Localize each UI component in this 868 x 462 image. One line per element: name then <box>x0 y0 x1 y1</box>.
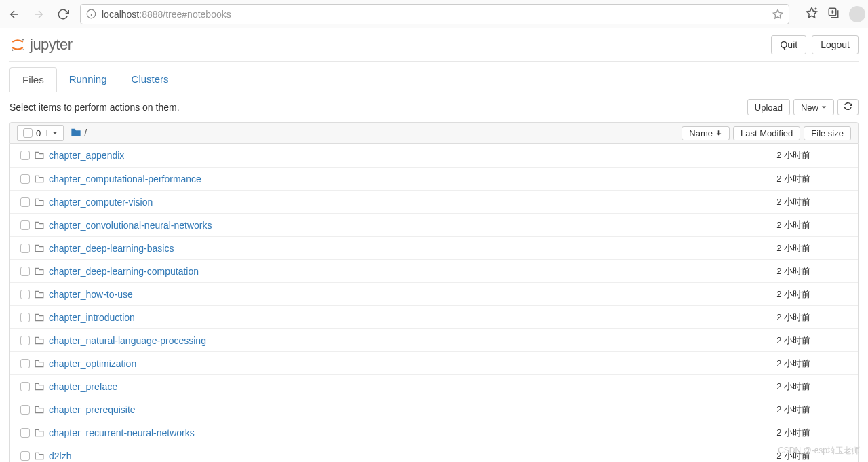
forward-button[interactable] <box>31 7 46 22</box>
breadcrumb-home[interactable] <box>71 128 81 139</box>
folder-icon <box>33 429 45 437</box>
row-checkbox[interactable] <box>20 151 30 160</box>
file-row: chapter_preface2 小时前 <box>10 374 858 398</box>
file-link[interactable]: chapter_introduction <box>49 312 135 323</box>
info-icon <box>86 9 96 19</box>
svg-point-12 <box>23 49 24 50</box>
jupyter-logo[interactable]: jupyter <box>9 36 73 54</box>
folder-icon <box>33 244 45 252</box>
logout-button[interactable]: Logout <box>812 35 859 54</box>
file-link[interactable]: chapter_natural-language-processing <box>49 335 206 346</box>
collections-button[interactable] <box>827 7 840 21</box>
browser-toolbar: localhost:8888/tree#notebooks <box>0 0 868 28</box>
row-checkbox[interactable] <box>20 359 30 368</box>
row-checkbox[interactable] <box>20 174 30 184</box>
row-checkbox[interactable] <box>20 313 30 322</box>
svg-marker-3 <box>773 9 782 18</box>
jupyter-logo-icon <box>9 37 26 53</box>
folder-icon <box>71 128 81 137</box>
folder-icon <box>33 221 45 229</box>
file-link[interactable]: chapter_prerequisite <box>49 404 136 415</box>
address-bar[interactable]: localhost:8888/tree#notebooks <box>80 4 789 24</box>
refresh-icon <box>57 8 69 20</box>
arrow-down-icon <box>715 130 722 136</box>
select-all-group: 0 <box>17 125 64 141</box>
reload-button[interactable] <box>56 7 71 22</box>
file-row: chapter_appendix2 小时前 <box>10 144 858 167</box>
folder-icon <box>33 290 45 299</box>
svg-point-11 <box>12 49 14 51</box>
file-modified: 2 小时前 <box>722 450 810 462</box>
file-link[interactable]: chapter_preface <box>49 381 117 392</box>
refresh-list-button[interactable] <box>837 99 859 115</box>
file-link[interactable]: chapter_optimization <box>49 358 136 369</box>
file-modified: 2 小时前 <box>722 196 810 208</box>
tab-files[interactable]: Files <box>9 67 57 92</box>
file-modified: 2 小时前 <box>722 242 810 254</box>
tab-clusters[interactable]: Clusters <box>119 67 181 92</box>
quit-button[interactable]: Quit <box>771 35 806 54</box>
file-modified: 2 小时前 <box>722 149 810 161</box>
star-plus-icon <box>806 7 818 19</box>
file-row: chapter_computer-vision2 小时前 <box>10 190 858 213</box>
row-checkbox[interactable] <box>20 405 30 415</box>
sort-size-button[interactable]: File size <box>804 126 851 140</box>
tab-running[interactable]: Running <box>57 67 119 92</box>
row-checkbox[interactable] <box>20 197 30 207</box>
file-link[interactable]: chapter_computer-vision <box>49 197 153 208</box>
row-checkbox[interactable] <box>20 451 30 461</box>
row-checkbox[interactable] <box>20 244 30 253</box>
file-link[interactable]: chapter_appendix <box>49 150 124 161</box>
folder-icon <box>33 406 45 414</box>
main-tabs: FilesRunningClusters <box>9 67 859 92</box>
favorite-button[interactable] <box>772 9 783 20</box>
row-checkbox[interactable] <box>20 382 30 391</box>
select-all-checkbox[interactable] <box>23 128 33 138</box>
profile-avatar[interactable] <box>849 6 865 22</box>
file-link[interactable]: chapter_deep-learning-basics <box>49 243 174 254</box>
selected-count: 0 <box>36 128 41 138</box>
caret-down-icon <box>821 104 827 110</box>
folder-icon <box>33 151 45 159</box>
file-list: chapter_appendix2 小时前chapter_computation… <box>9 144 859 462</box>
file-link[interactable]: chapter_recurrent-neural-networks <box>49 427 195 438</box>
file-link[interactable]: chapter_convolutional-neural-networks <box>49 220 212 231</box>
folder-icon <box>33 360 45 368</box>
file-row: chapter_deep-learning-basics2 小时前 <box>10 236 858 259</box>
file-row: chapter_deep-learning-computation2 小时前 <box>10 259 858 282</box>
folder-icon <box>33 175 45 183</box>
row-checkbox[interactable] <box>20 267 30 276</box>
row-checkbox[interactable] <box>20 428 30 438</box>
file-modified: 2 小时前 <box>722 173 810 185</box>
row-checkbox[interactable] <box>20 220 30 230</box>
file-list-header: 0 / Name Last Modified File size <box>9 122 859 144</box>
sort-name-button[interactable]: Name <box>682 126 730 140</box>
arrow-right-icon <box>33 8 45 20</box>
url-text: localhost:8888/tree#notebooks <box>102 9 767 20</box>
file-link[interactable]: chapter_computational-performance <box>49 174 201 185</box>
breadcrumbs: / <box>71 128 87 139</box>
folder-icon <box>33 383 45 391</box>
file-row: chapter_natural-language-processing2 小时前 <box>10 328 858 351</box>
select-all-checkbox-cell[interactable]: 0 <box>18 128 46 138</box>
file-link[interactable]: chapter_how-to-use <box>49 289 133 300</box>
sort-name-label: Name <box>689 128 713 138</box>
file-link[interactable]: chapter_deep-learning-computation <box>49 266 199 277</box>
folder-icon <box>33 313 45 322</box>
new-button[interactable]: New <box>793 99 834 115</box>
file-row: d2lzh2 小时前 <box>10 444 858 462</box>
back-button[interactable] <box>7 7 22 22</box>
folder-icon <box>33 267 45 275</box>
upload-button[interactable]: Upload <box>747 99 790 115</box>
sort-modified-button[interactable]: Last Modified <box>733 126 800 140</box>
select-type-dropdown[interactable] <box>46 130 63 136</box>
actions-hint: Select items to perform actions on them. <box>9 102 180 113</box>
row-checkbox[interactable] <box>20 336 30 345</box>
refresh-icon <box>844 102 852 111</box>
new-label: New <box>801 102 818 113</box>
file-modified: 2 小时前 <box>722 381 810 393</box>
collections-icon <box>827 7 840 19</box>
favorites-button[interactable] <box>806 7 818 21</box>
file-link[interactable]: d2lzh <box>49 450 71 461</box>
row-checkbox[interactable] <box>20 290 30 299</box>
